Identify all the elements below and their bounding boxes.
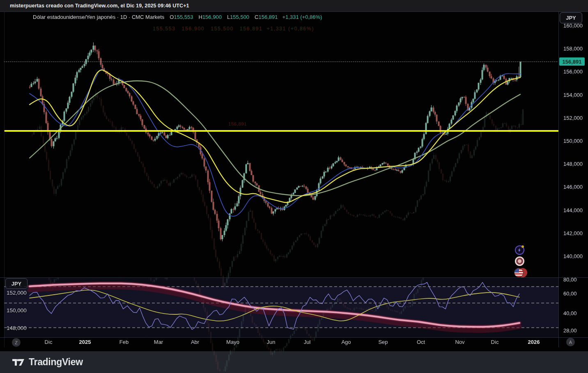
price-axis-label: 150,000 [563,138,583,144]
lightning-idea-icon[interactable] [514,245,525,255]
attribution-bar: misterpuertas creado con TradingView.com… [0,0,588,11]
price-scale-currency-button[interactable]: JPY [560,12,582,23]
price-axis-label: 142,000 [563,230,583,236]
price-axis-label: 144,000 [563,207,583,213]
price-axis-label: 140,000 [563,253,583,259]
overlay-price-label: 152,000 [7,290,27,296]
lower-pane-currency-button[interactable]: JPY [5,278,28,289]
price-axis-label: 152,000 [563,115,583,121]
time-axis-label: Oct [417,339,425,345]
time-axis-label: Mayo [226,339,239,345]
ohlc-open: O155,553 [167,14,193,20]
ghost-price-label: 156,891 [228,121,247,126]
footer-bar[interactable]: TradingView [12,351,83,373]
price-axis-label: 148,000 [563,161,583,167]
price-axis-label: 154,000 [563,92,583,98]
time-axis-label: Dic [491,339,499,345]
ohlc-low: L155,500 [225,14,249,20]
idea-icon-stack [514,245,525,277]
time-axis-label: Abr [191,339,199,345]
time-axis-label: Dic [45,339,53,345]
chart-canvas[interactable] [0,0,588,373]
ohlc-high: H156,900 [196,14,221,20]
time-axis-label: Feb [119,339,129,345]
time-axis-label: Ago [341,339,351,345]
price-axis-label: 156,000 [563,69,583,75]
indicator-axis-label: 40,00 [563,310,577,316]
overlay-price-label: 150,000 [7,307,27,314]
change-value: +1,331 (+0,86%) [283,14,322,20]
us-flag-icon[interactable] [514,268,525,277]
tradingview-logo-icon [12,358,25,367]
time-axis-label: Nov [455,339,464,345]
time-axis-label: Jun [267,339,276,345]
time-axis-label: 2025 [79,339,91,345]
time-axis-label: 2026 [528,339,540,345]
chart-legend[interactable]: Dólar estadounidense/Yen japonés · 1D · … [33,14,322,20]
indicator-axis-label: 80,00 [563,277,577,283]
indicator-axis-label: 60,00 [563,291,577,297]
timezone-button[interactable]: Z [12,338,21,347]
record-idea-icon[interactable] [514,256,525,266]
price-axis-label: 160,000 [563,23,583,29]
lightning-bolt-glyph [517,247,522,253]
time-axis-label: Sep [378,339,388,345]
overlay-price-label: 148,000 [7,325,27,331]
flag-canton [514,268,519,272]
price-axis-label: 146,000 [563,184,583,190]
ohlc-close: C156,891 [252,14,278,20]
us-flag-circle [514,268,524,277]
current-price-badge: 156,891 [559,57,585,66]
symbol-title: Dólar estadounidense/Yen japonés · 1D · … [33,14,164,20]
tradingview-wordmark: TradingView [29,357,83,368]
price-axis-label: 158,000 [563,46,583,52]
auto-scale-button[interactable]: A [566,338,575,346]
attribution-text: misterpuertas creado con TradingView.com… [10,3,189,9]
time-axis-label: Jul [304,339,311,345]
time-axis-label: Mar [154,339,163,345]
indicator-axis-label: 28,00 [563,327,577,334]
notification-dot [521,245,524,248]
ghost-ohlc-row: 155,553 156,900 155,500 156,891 +1,331 (… [153,26,314,32]
